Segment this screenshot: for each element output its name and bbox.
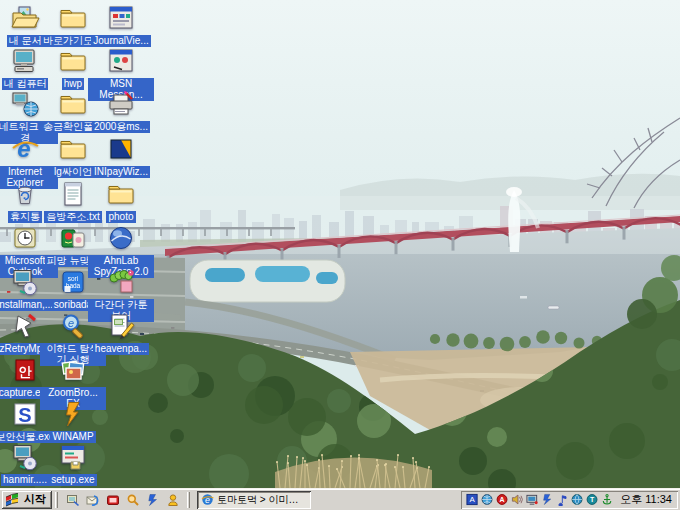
system-tray: AAT 오후 11:34 <box>461 491 678 509</box>
quick-launch-bar <box>61 491 184 508</box>
task-button-area: e 토마토먹 > 이미지방 1... <box>193 491 461 509</box>
tool-icon <box>9 310 41 342</box>
printer-icon <box>105 88 137 120</box>
photos-icon <box>57 354 89 386</box>
installer-icon <box>9 441 41 473</box>
desktop-icon-28[interactable]: WINAMP <box>40 398 106 443</box>
inipay-icon <box>105 133 137 165</box>
folder-icon <box>57 45 89 77</box>
tray-icons: AAT <box>465 493 614 507</box>
taskbar-grip[interactable] <box>187 492 190 508</box>
v3-bolt-icon[interactable] <box>144 491 161 508</box>
svg-text:e: e <box>68 317 74 329</box>
desktop-icon-9[interactable]: 2000용ms... <box>88 88 154 133</box>
anchor-icon[interactable] <box>600 493 614 507</box>
search-icon[interactable] <box>124 491 141 508</box>
soribada-icon: soribada <box>57 266 89 298</box>
t-circle-icon[interactable]: T <box>585 493 599 507</box>
folder-icon <box>57 133 89 165</box>
sphere-icon <box>105 222 137 254</box>
computer-icon <box>9 45 41 77</box>
blue-s-icon: S <box>9 398 41 430</box>
red-an-icon: 안 <box>9 354 41 386</box>
installer-icon <box>9 266 41 298</box>
taskbar: 시작 e 토마토먹 > 이미지방 1... AAT 오후 11:34 <box>0 488 680 510</box>
desktop: 내 문서바로가기모음JournalVie...내 컴퓨터hwpMSN Messe… <box>0 0 680 510</box>
desktop-icon-12[interactable]: INIpayWiz... <box>88 133 154 178</box>
outlook-icon <box>9 222 41 254</box>
svg-text:A: A <box>469 495 475 504</box>
network-icon <box>9 88 41 120</box>
game-icon <box>57 222 89 254</box>
svg-text:T: T <box>590 496 595 503</box>
folder-icon <box>57 2 89 34</box>
setup-icon <box>57 441 89 473</box>
tv-icon[interactable] <box>104 491 121 508</box>
network-globe-icon[interactable] <box>480 493 494 507</box>
doc-pencil-icon <box>105 310 137 342</box>
desktop-icon-24[interactable]: heavenpa... <box>88 310 154 355</box>
recycle-icon <box>9 178 41 210</box>
music-note-icon[interactable] <box>555 493 569 507</box>
svg-text:sori: sori <box>68 275 78 282</box>
desktop-icon-label: setup.exe <box>49 474 96 486</box>
task-button-window[interactable]: e 토마토먹 > 이미지방 1... <box>197 491 311 509</box>
outlook-express-icon[interactable] <box>84 491 101 508</box>
folder-image-icon <box>9 2 41 34</box>
cartoon-icon <box>105 266 137 298</box>
folder-icon <box>57 88 89 120</box>
internet-globe-icon[interactable] <box>570 493 584 507</box>
desktop-icon-15[interactable]: photo <box>88 178 154 223</box>
ime-indicator-icon[interactable]: A <box>465 493 479 507</box>
windows-logo-icon <box>5 493 21 507</box>
svg-text:안: 안 <box>19 364 33 379</box>
internet-explorer-icon: e <box>201 493 214 506</box>
svg-text:S: S <box>18 404 31 426</box>
svg-text:e: e <box>17 135 30 162</box>
task-button-label: 토마토먹 > 이미지방 1... <box>217 493 307 507</box>
textfile-icon <box>57 178 89 210</box>
msn-icon <box>105 45 137 77</box>
taskbar-grip[interactable] <box>55 492 58 508</box>
desktop-icon-3[interactable]: JournalVie... <box>88 2 154 47</box>
folder-icon <box>105 178 137 210</box>
v3-bolt-icon[interactable] <box>540 493 554 507</box>
volume-icon[interactable] <box>510 493 524 507</box>
ahnlab-red-icon[interactable]: A <box>495 493 509 507</box>
desktop-icon-label: 2000용ms... <box>92 121 150 133</box>
desktop-icon-label: INIpayWiz... <box>92 166 150 178</box>
taskbar-clock[interactable]: 오후 11:34 <box>616 492 672 507</box>
messenger-buddy-icon[interactable] <box>164 491 181 508</box>
ie-icon: e <box>9 133 41 165</box>
display-settings-icon[interactable] <box>525 493 539 507</box>
search-e-icon: e <box>57 310 89 342</box>
journal-icon <box>105 2 137 34</box>
desktop-icon-30[interactable]: setup.exe <box>40 441 106 486</box>
svg-text:A: A <box>499 496 504 503</box>
start-button[interactable]: 시작 <box>2 491 52 509</box>
start-label: 시작 <box>24 492 46 507</box>
show-desktop-icon[interactable] <box>64 491 81 508</box>
winamp-icon <box>57 398 89 430</box>
